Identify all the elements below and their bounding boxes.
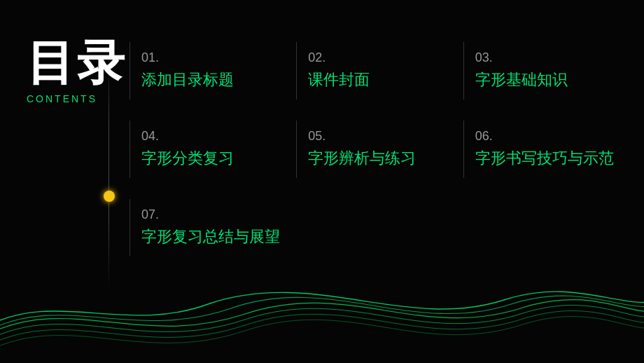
title-area: 目录 CONTENTS (27, 39, 127, 104)
list-item: 05. 字形辨析与练习 (296, 121, 463, 178)
list-item: 03. 字形基础知识 (463, 42, 630, 100)
item-number: 04. (141, 129, 285, 144)
item-title: 字形基础知识 (475, 69, 619, 91)
list-item: 01. 添加目录标题 (130, 42, 296, 100)
item-title: 添加目录标题 (141, 69, 285, 91)
list-item: 04. 字形分类复习 (130, 121, 296, 178)
list-item: 07. 字形复习总结与展望 (130, 199, 296, 256)
item-number: 03. (475, 50, 619, 65)
wave-decoration (0, 251, 644, 363)
content-grid: 01. 添加目录标题 02. 课件封面 03. 字形基础知识 04. 字形分类复… (130, 42, 630, 256)
sub-title: CONTENTS (27, 93, 127, 104)
item-title: 字形分类复习 (141, 148, 285, 170)
main-title: 目录 (27, 39, 127, 86)
item-number: 01. (141, 50, 285, 65)
item-number: 02. (308, 50, 451, 65)
timeline-dot (104, 191, 115, 202)
item-title: 课件封面 (308, 69, 451, 91)
item-number: 06. (475, 129, 619, 144)
item-number: 07. (141, 207, 285, 222)
item-title: 字形书写技巧与示范 (475, 148, 619, 170)
page: 目录 CONTENTS 01. 添加目录标题 02. 课件封面 03. 字形基础… (0, 0, 644, 363)
item-number: 05. (308, 129, 451, 144)
list-item: 06. 字形书写技巧与示范 (463, 121, 630, 178)
item-title: 字形辨析与练习 (308, 148, 451, 170)
list-item: 02. 课件封面 (296, 42, 463, 100)
item-title: 字形复习总结与展望 (141, 226, 285, 248)
